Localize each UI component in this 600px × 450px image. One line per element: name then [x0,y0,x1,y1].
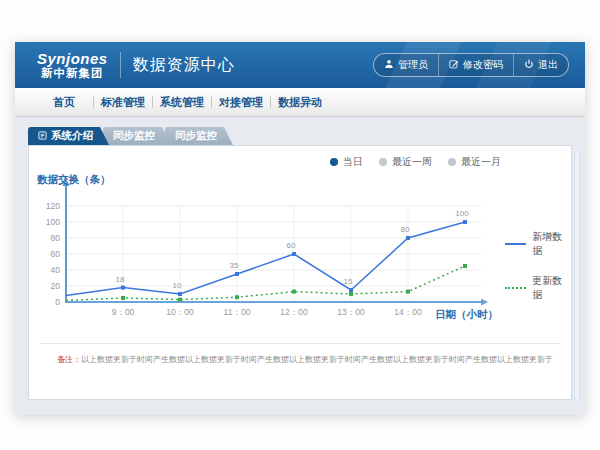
legend-label: 更新数据 [532,274,571,302]
svg-text:120: 120 [46,201,60,211]
tab-sync-monitor-2[interactable]: 同步监控 [165,127,233,145]
svg-text:0: 0 [55,297,60,307]
footnote-text: 以上数据更新于时间产生数据以上数据更新于时间产生数据以上数据更新于时间产生数据以… [81,355,553,364]
legend-line-sample [505,287,526,289]
company-logo: Synjones 新中新集团 [37,51,108,79]
tab-label: 同步监控 [175,129,217,143]
nav-item-data-change[interactable]: 数据异动 [271,95,329,110]
panel-divider [41,343,559,344]
svg-text:80: 80 [51,233,61,243]
edit-icon [449,59,459,71]
change-password-label: 修改密码 [463,58,503,72]
svg-text:100: 100 [455,209,469,218]
logout-button[interactable]: 退出 [513,54,568,76]
scrollbar[interactable] [574,151,580,401]
radio-last-month[interactable]: 最近一月 [448,155,501,169]
tab-system-intro[interactable]: 系统介绍 [28,127,109,145]
legend-item-更新数据[interactable]: 更新数据 [505,274,571,302]
power-icon [524,59,534,71]
svg-text:60: 60 [51,249,61,259]
logo-text-cn: 新中新集团 [37,67,108,79]
svg-text:9：00: 9：00 [112,307,135,317]
svg-text:数据交换（条）: 数据交换（条） [36,173,111,186]
chart-legend: 新增数据更新数据 [505,230,571,302]
svg-text:20: 20 [51,281,61,291]
radio-icon [330,158,338,166]
radio-label: 当日 [343,155,363,169]
tab-label: 同步监控 [113,129,155,143]
logo-divider [120,52,121,78]
nav-item-standard-mgmt[interactable]: 标准管理 [94,95,152,110]
svg-text:15: 15 [344,277,353,286]
legend-item-新增数据[interactable]: 新增数据 [505,230,571,258]
content-area: 系统介绍 同步监控 同步监控 当日 最近一周 [15,117,585,415]
radio-label: 最近一周 [392,155,432,169]
footnote-prefix: 备注： [57,355,81,364]
svg-text:100: 100 [46,217,60,227]
tab-sync-monitor-1[interactable]: 同步监控 [103,127,171,145]
user-toolbar: 管理员 修改密码 退出 [373,53,569,77]
footnote: 备注：以上数据更新于时间产生数据以上数据更新于时间产生数据以上数据更新于时间产生… [57,354,561,365]
svg-text:40: 40 [51,265,61,275]
app-window: Synjones 新中新集团 数据资源中心 管理员 修改密码 [15,42,585,415]
logo-text-en: Synjones [37,51,108,67]
svg-text:35: 35 [230,261,239,270]
change-password-button[interactable]: 修改密码 [438,54,513,76]
user-icon [384,59,394,71]
radio-today[interactable]: 当日 [330,155,363,169]
legend-label: 新增数据 [532,230,571,258]
svg-text:60: 60 [287,241,296,250]
radio-icon [379,158,387,166]
radio-icon [448,158,456,166]
svg-text:10：00: 10：00 [166,307,194,317]
chart-panel: 当日 最近一周 最近一月 0204060801001209：0010：0011：… [28,145,572,400]
radio-last-week[interactable]: 最近一周 [379,155,432,169]
admin-user-label: 管理员 [398,58,428,72]
svg-text:11：00: 11：00 [224,307,251,317]
tab-bar: 系统介绍 同步监控 同步监控 [28,127,233,145]
svg-text:18: 18 [116,275,125,284]
tab-label: 系统介绍 [51,129,93,143]
radio-label: 最近一月 [461,155,501,169]
svg-text:13：00: 13：00 [337,307,365,317]
app-title: 数据资源中心 [133,55,235,76]
logout-label: 退出 [538,58,558,72]
document-icon [38,130,47,142]
legend-line-sample [505,243,526,245]
svg-text:12：00: 12：00 [280,307,308,317]
nav-item-home[interactable]: 首页 [35,95,93,110]
time-range-filter: 当日 最近一周 最近一月 [330,155,501,169]
nav-item-system-mgmt[interactable]: 系统管理 [153,95,211,110]
svg-text:14：00: 14：00 [394,307,422,317]
line-chart: 0204060801001209：0010：0011：0012：0013：001… [31,170,503,335]
svg-text:10: 10 [173,281,182,290]
svg-text:日期（小时）: 日期（小时） [435,308,498,321]
svg-text:80: 80 [401,225,410,234]
main-nav: 首页 标准管理 系统管理 对接管理 数据异动 [15,88,585,117]
admin-user-button[interactable]: 管理员 [374,54,438,76]
nav-item-interface-mgmt[interactable]: 对接管理 [212,95,270,110]
header: Synjones 新中新集团 数据资源中心 管理员 修改密码 [15,42,585,88]
